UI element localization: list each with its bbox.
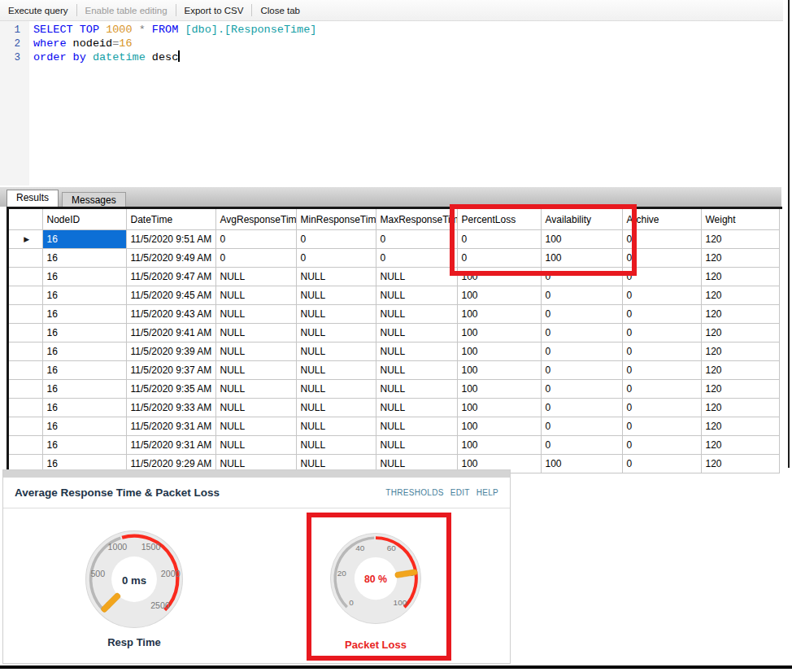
table-cell[interactable]: NULL	[296, 380, 376, 399]
table-cell[interactable]: NULL	[376, 268, 457, 286]
column-header-archive[interactable]: Archive	[622, 209, 701, 230]
table-cell[interactable]: 0	[622, 305, 701, 324]
table-cell[interactable]: NULL	[215, 305, 296, 324]
table-cell[interactable]: NULL	[296, 268, 376, 286]
close-tab-button[interactable]: Close tab	[252, 6, 308, 15]
table-cell[interactable]: 120	[701, 305, 779, 324]
table-cell[interactable]: NULL	[376, 380, 457, 399]
table-cell[interactable]: 120	[701, 380, 779, 399]
row-selector-cell[interactable]	[9, 361, 42, 380]
column-header-avgresponsetime[interactable]: AvgResponseTime	[215, 209, 296, 230]
column-header-maxresponsetime[interactable]: MaxResponseTime	[376, 209, 457, 230]
table-cell[interactable]: 120	[701, 399, 779, 417]
table-cell[interactable]: NULL	[296, 324, 376, 343]
table-cell[interactable]: 120	[701, 249, 779, 268]
table-cell[interactable]: NULL	[376, 324, 457, 343]
table-cell[interactable]: 0	[622, 286, 701, 305]
table-cell[interactable]: NULL	[215, 324, 296, 343]
table-cell[interactable]: 0	[622, 343, 701, 361]
table-cell[interactable]: NULL	[296, 436, 376, 455]
table-cell[interactable]: 16	[42, 305, 126, 324]
table-cell[interactable]: 11/5/2020 9:49 AM	[126, 249, 215, 268]
table-cell[interactable]: NULL	[215, 380, 296, 399]
table-cell[interactable]: NULL	[215, 268, 296, 286]
table-cell[interactable]: 0	[541, 343, 622, 361]
table-cell[interactable]: 0	[622, 230, 701, 249]
row-selector-cell[interactable]	[9, 417, 42, 436]
row-selector-cell[interactable]	[9, 380, 42, 399]
table-cell[interactable]: 0	[541, 380, 622, 399]
table-cell[interactable]: 0	[622, 436, 701, 455]
table-cell[interactable]: 0	[215, 249, 296, 268]
table-cell[interactable]: 0	[296, 249, 376, 268]
row-selector-cell[interactable]	[9, 249, 42, 268]
table-cell[interactable]: NULL	[215, 399, 296, 417]
table-cell[interactable]: 100	[541, 455, 622, 473]
table-cell[interactable]: 0	[541, 361, 622, 380]
sql-code-line[interactable]: 1SELECT TOP 1000 * FROM [dbo].[ResponseT…	[0, 24, 783, 37]
column-header-nodeid[interactable]: NodeID	[42, 209, 126, 230]
table-cell[interactable]: 0	[376, 249, 457, 268]
table-cell[interactable]: 120	[701, 455, 779, 473]
table-cell[interactable]: 100	[457, 286, 541, 305]
sql-code-line[interactable]: 2where nodeid=16	[0, 37, 783, 51]
table-cell[interactable]: NULL	[215, 286, 296, 305]
table-cell[interactable]: 120	[701, 268, 779, 286]
table-cell[interactable]: 120	[701, 436, 779, 455]
sql-editor[interactable]: 1SELECT TOP 1000 * FROM [dbo].[ResponseT…	[0, 21, 783, 188]
row-selector-cell[interactable]	[9, 343, 42, 361]
table-cell[interactable]: 16	[42, 380, 126, 399]
table-cell[interactable]: 16	[42, 361, 126, 380]
table-cell[interactable]: 100	[457, 305, 541, 324]
table-cell[interactable]: NULL	[376, 361, 457, 380]
row-selector-cell[interactable]	[9, 399, 42, 417]
table-cell[interactable]: 0	[622, 324, 701, 343]
row-selector-cell[interactable]	[9, 305, 42, 324]
table-cell[interactable]: NULL	[376, 343, 457, 361]
table-cell[interactable]: 0	[457, 249, 541, 268]
table-cell[interactable]: 0	[622, 455, 701, 473]
table-cell[interactable]: 11/5/2020 9:31 AM	[126, 436, 215, 455]
table-cell[interactable]: 11/5/2020 9:35 AM	[126, 380, 215, 399]
table-cell[interactable]: 100	[457, 436, 541, 455]
table-cell[interactable]: 0	[296, 230, 376, 249]
table-cell[interactable]: 120	[701, 286, 779, 305]
table-cell[interactable]: 16	[42, 268, 126, 286]
table-cell[interactable]: NULL	[215, 343, 296, 361]
table-cell[interactable]: 0	[541, 286, 622, 305]
table-cell[interactable]: 100	[457, 417, 541, 436]
row-selector-cell[interactable]	[9, 268, 42, 286]
table-cell[interactable]: NULL	[376, 436, 457, 455]
table-cell[interactable]: 16	[42, 343, 126, 361]
table-cell[interactable]: NULL	[296, 417, 376, 436]
execute-query-button[interactable]: Execute query	[0, 6, 76, 15]
column-header-availability[interactable]: Availability	[541, 209, 622, 230]
table-cell[interactable]: NULL	[296, 399, 376, 417]
table-cell[interactable]: NULL	[296, 361, 376, 380]
table-cell[interactable]: 11/5/2020 9:39 AM	[126, 343, 215, 361]
table-cell[interactable]: 120	[701, 343, 779, 361]
table-cell[interactable]: 11/5/2020 9:43 AM	[126, 305, 215, 324]
column-header-percentloss[interactable]: PercentLoss	[457, 209, 541, 230]
table-cell[interactable]: NULL	[296, 343, 376, 361]
table-cell[interactable]: 0	[622, 268, 701, 286]
table-cell[interactable]: 100	[541, 249, 622, 268]
table-cell[interactable]: 0	[622, 399, 701, 417]
table-cell[interactable]: 0	[622, 417, 701, 436]
table-cell[interactable]: 16	[42, 286, 126, 305]
table-cell[interactable]: 0	[541, 305, 622, 324]
table-cell[interactable]: NULL	[376, 286, 457, 305]
table-cell[interactable]: 11/5/2020 9:31 AM	[126, 417, 215, 436]
thresholds-link[interactable]: THRESHOLDS	[385, 488, 443, 497]
table-cell[interactable]: 16	[42, 399, 126, 417]
table-cell[interactable]: NULL	[376, 399, 457, 417]
table-cell[interactable]: 11/5/2020 9:33 AM	[126, 399, 215, 417]
table-cell[interactable]: 11/5/2020 9:37 AM	[126, 361, 215, 380]
sql-code-line[interactable]: 3order by datetime desc	[0, 50, 783, 65]
table-cell[interactable]: 16	[42, 230, 126, 249]
table-cell[interactable]: NULL	[296, 286, 376, 305]
tab-messages[interactable]: Messages	[62, 192, 126, 207]
table-cell[interactable]: 100	[457, 380, 541, 399]
table-cell[interactable]: 0	[376, 230, 457, 249]
edit-link[interactable]: EDIT	[450, 488, 470, 497]
